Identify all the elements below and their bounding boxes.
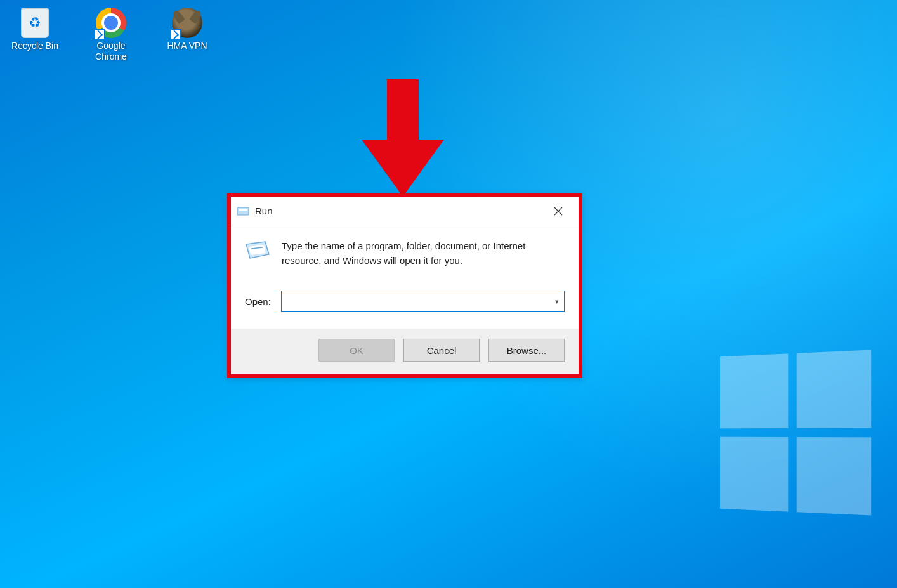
shortcut-overlay-icon bbox=[171, 29, 181, 39]
icon-label: HMA VPN bbox=[167, 41, 207, 51]
dialog-title: Run bbox=[255, 206, 273, 216]
close-button[interactable] bbox=[544, 201, 572, 221]
run-dialog: Run Type the name of a program, folder, … bbox=[227, 193, 582, 378]
icon-label: Google Chrome bbox=[95, 41, 127, 62]
titlebar[interactable]: Run bbox=[231, 197, 579, 225]
dialog-description: Type the name of a program, folder, docu… bbox=[282, 239, 565, 268]
desktop-icon-hma-vpn[interactable]: HMA VPN bbox=[159, 6, 216, 62]
icon-label: Recycle Bin bbox=[11, 41, 58, 51]
desktop: Recycle Bin Google Chrome HMA VPN bbox=[6, 6, 216, 62]
recycle-bin-icon bbox=[18, 6, 51, 39]
open-label: Open: bbox=[245, 296, 271, 307]
windows-logo bbox=[720, 350, 871, 515]
open-combobox[interactable]: ▾ bbox=[281, 291, 565, 312]
run-title-icon bbox=[237, 206, 250, 216]
hma-icon bbox=[171, 6, 204, 39]
dialog-body: Type the name of a program, folder, docu… bbox=[231, 225, 579, 329]
open-input[interactable] bbox=[287, 296, 551, 307]
cancel-button[interactable]: Cancel bbox=[403, 339, 480, 362]
desktop-icon-recycle-bin[interactable]: Recycle Bin bbox=[6, 6, 63, 62]
chrome-icon bbox=[95, 6, 128, 39]
browse-button-label: Browse... bbox=[507, 345, 547, 356]
cancel-button-label: Cancel bbox=[427, 345, 457, 356]
svg-rect-0 bbox=[237, 207, 249, 215]
ok-button: OK bbox=[318, 339, 395, 362]
close-icon bbox=[554, 207, 563, 216]
run-body-icon bbox=[245, 239, 270, 262]
browse-button[interactable]: Browse... bbox=[488, 339, 565, 362]
svg-rect-1 bbox=[239, 209, 247, 211]
desktop-icon-google-chrome[interactable]: Google Chrome bbox=[82, 6, 140, 62]
ok-button-label: OK bbox=[350, 345, 363, 356]
chevron-down-icon[interactable]: ▾ bbox=[551, 297, 559, 306]
annotation-arrow-icon bbox=[362, 79, 444, 197]
dialog-footer: OK Cancel Browse... bbox=[231, 329, 579, 374]
shortcut-overlay-icon bbox=[95, 29, 105, 39]
